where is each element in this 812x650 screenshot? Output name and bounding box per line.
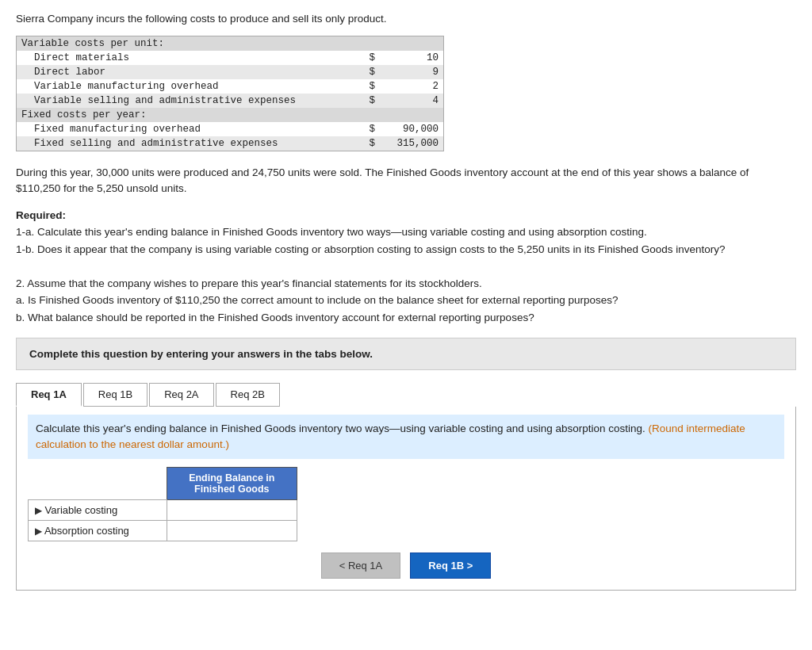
required-line-1: 1-a. Calculate this year's ending balanc… xyxy=(16,226,647,238)
tabs-container: Req 1A Req 1B Req 2A Req 2B Calculate th… xyxy=(16,383,796,591)
direct-materials-value: 10 xyxy=(380,51,443,65)
cost-table-wrapper: Variable costs per unit: Direct material… xyxy=(16,36,444,151)
arrow-icon-absorption: ▶ xyxy=(35,526,42,537)
complete-box: Complete this question by entering your … xyxy=(16,338,796,370)
buttons-row: < Req 1A Req 1B > xyxy=(28,552,784,579)
answer-table-empty-header xyxy=(29,468,167,500)
tab-instruction: Calculate this year's ending balance in … xyxy=(28,415,784,460)
direct-materials-label: Direct materials xyxy=(17,51,356,65)
answer-table-header: Ending Balance inFinished Goods xyxy=(167,468,297,500)
instruction-text: Calculate this year's ending balance in … xyxy=(36,422,645,434)
var-mfg-overhead-value: 2 xyxy=(380,79,443,94)
fixed-header: Fixed costs per year: xyxy=(17,108,443,122)
required-line-4: a. Is Finished Goods inventory of $110,2… xyxy=(16,294,618,306)
table-row-variable: ▶ Variable costing xyxy=(29,500,297,521)
absorption-costing-label: ▶ Absorption costing xyxy=(29,521,167,541)
fixed-selling-value: 315,000 xyxy=(380,136,443,151)
fixed-mfg-overhead-dollar: $ xyxy=(356,122,380,136)
variable-costing-input[interactable] xyxy=(174,504,290,516)
tab-content: Calculate this year's ending balance in … xyxy=(16,407,796,591)
var-mfg-overhead-label: Variable manufacturing overhead xyxy=(17,79,356,94)
required-title: Required: xyxy=(16,209,66,221)
tab-req2b[interactable]: Req 2B xyxy=(216,383,280,407)
direct-labor-dollar: $ xyxy=(356,65,380,79)
absorption-costing-input-cell[interactable] xyxy=(167,521,297,541)
fixed-selling-dollar: $ xyxy=(356,136,380,151)
var-selling-value: 4 xyxy=(380,94,443,108)
arrow-icon-variable: ▶ xyxy=(35,505,42,516)
tab-req1a[interactable]: Req 1A xyxy=(16,383,82,407)
variable-header: Variable costs per unit: xyxy=(17,36,443,51)
cost-table: Variable costs per unit: Direct material… xyxy=(17,36,443,151)
var-selling-label: Variable selling and administrative expe… xyxy=(17,94,356,108)
variable-costing-label: ▶ Variable costing xyxy=(29,500,167,521)
prev-button[interactable]: < Req 1A xyxy=(321,552,401,579)
required-block: Required: 1-a. Calculate this year's end… xyxy=(16,207,796,327)
intro-text: Sierra Company incurs the following cost… xyxy=(16,13,796,25)
variable-costing-input-cell[interactable] xyxy=(167,500,297,521)
fixed-selling-label: Fixed selling and administrative expense… xyxy=(17,136,356,151)
description-block: During this year, 30,000 units were prod… xyxy=(16,165,796,197)
absorption-costing-input[interactable] xyxy=(174,525,290,537)
required-line-3: 2. Assume that the company wishes to pre… xyxy=(16,277,482,289)
tab-req1b[interactable]: Req 1B xyxy=(83,383,147,407)
direct-labor-value: 9 xyxy=(380,65,443,79)
fixed-mfg-overhead-value: 90,000 xyxy=(380,122,443,136)
answer-table: Ending Balance inFinished Goods ▶ Variab… xyxy=(28,467,297,541)
next-button[interactable]: Req 1B > xyxy=(410,552,491,579)
tabs-row: Req 1A Req 1B Req 2A Req 2B xyxy=(16,383,796,407)
var-selling-dollar: $ xyxy=(356,94,380,108)
required-line-5: b. What balance should be reported in th… xyxy=(16,312,534,323)
tab-req2a[interactable]: Req 2A xyxy=(149,383,213,407)
direct-materials-dollar: $ xyxy=(356,51,380,65)
direct-labor-label: Direct labor xyxy=(17,65,356,79)
table-row-absorption: ▶ Absorption costing xyxy=(29,521,297,541)
required-line-2: 1-b. Does it appear that the company is … xyxy=(16,243,726,255)
var-mfg-overhead-dollar: $ xyxy=(356,79,380,94)
fixed-mfg-overhead-label: Fixed manufacturing overhead xyxy=(17,122,356,136)
